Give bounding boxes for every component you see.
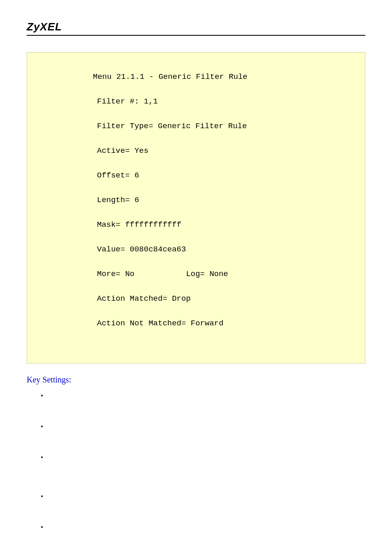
more-log-line: More= No Log= None [31, 268, 361, 280]
list-item [47, 493, 365, 500]
header-divider [27, 35, 365, 36]
mask-line: Mask= ffffffffffff [31, 219, 361, 231]
action-not-matched-line: Action Not Matched= Forward [31, 317, 361, 329]
list-item [47, 523, 365, 530]
key-settings-list [27, 392, 365, 555]
terminal-output-box: Menu 21.1.1 - Generic Filter Rule Filter… [27, 52, 365, 364]
filter-type-line: Filter Type= Generic Filter Rule [31, 120, 361, 132]
key-settings-heading: Key Settings: [27, 375, 365, 385]
value-line: Value= 0080c84cea63 [31, 243, 361, 256]
length-line: Length= 6 [31, 194, 361, 206]
list-item [47, 392, 365, 399]
offset-line: Offset= 6 [31, 169, 361, 182]
list-item [47, 423, 365, 430]
page-content: ZyXEL Menu 21.1.1 - Generic Filter Rule … [0, 0, 392, 555]
list-item [47, 454, 365, 461]
filter-number-line: Filter #: 1,1 [31, 95, 361, 108]
menu-title-line: Menu 21.1.1 - Generic Filter Rule [31, 71, 361, 83]
active-line: Active= Yes [31, 145, 361, 157]
action-matched-line: Action Matched= Drop [31, 292, 361, 305]
brand-logo: ZyXEL [27, 21, 62, 33]
page-header: ZyXEL [27, 21, 365, 35]
